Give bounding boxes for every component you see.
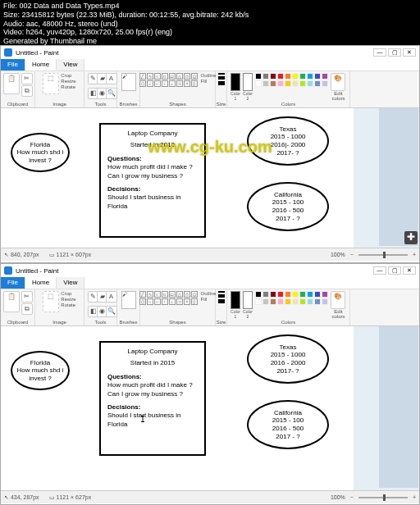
swatch[interactable] [314,291,321,298]
brushes-button[interactable]: 🖌 [121,291,136,309]
swatch[interactable] [262,298,269,305]
swatch[interactable] [262,73,269,80]
texas-bubble: Texas2015 - 10002016|- 20002017- ? [247,116,329,166]
tab-home[interactable]: Home [25,59,57,71]
close-button[interactable]: ✕ [403,48,416,57]
swatch[interactable] [277,80,284,87]
tab-view[interactable]: View [57,277,84,289]
window-titlebar[interactable]: Untitled - Paint — ▢ ✕ [1,46,419,59]
status-pos: ↖ 840, 207px [4,252,39,258]
zoom-slider[interactable] [358,497,408,498]
swatch[interactable] [322,298,328,305]
zoom-out[interactable]: − [350,252,354,257]
paste-button[interactable]: 📋 [3,291,20,312]
swatch[interactable] [307,80,313,87]
swatch[interactable] [277,73,284,80]
swatch[interactable] [277,298,284,305]
select-button[interactable]: ⬚ [43,73,59,94]
zoom-out[interactable]: − [350,494,354,500]
swatch[interactable] [270,298,276,305]
color1-button[interactable] [231,73,240,91]
ribbon: 📋✂⧉Clipboard ⬚CropResizeRotateImage ✎▰A◧… [1,289,419,326]
canvas-area: FloridaHow much shd i invest ?Laptop Com… [1,326,419,490]
swatch[interactable] [262,291,269,298]
shapes-gallery[interactable]: ╱∿○□▭△◇⬠ ⬡→←↑↓☆✧⬯ [139,73,198,87]
edit-colors-button[interactable]: 🎨 [331,291,345,309]
crop-button[interactable]: Crop [61,73,75,78]
swatch[interactable] [255,298,262,305]
swatch[interactable] [292,80,299,87]
color-palette[interactable] [255,73,328,87]
shapes-gallery[interactable]: ╱∿○□▭△◇⬠⬡→←↑↓☆✧⬯ [139,291,198,305]
swatch[interactable] [307,298,313,305]
color2-button[interactable] [243,73,253,91]
swatch[interactable] [322,80,328,87]
swatch[interactable] [314,73,321,80]
swatch[interactable] [285,291,291,298]
swatch[interactable] [299,291,306,298]
close-button[interactable]: ✕ [403,266,416,275]
company-box: Laptop CompanyStarted in 2015Questions:H… [99,341,206,456]
swatch[interactable] [299,80,306,87]
text-tool[interactable]: A [106,73,117,84]
swatch[interactable] [270,73,276,80]
maximize-button[interactable]: ▢ [388,48,401,57]
swatch[interactable] [307,291,313,298]
swatch[interactable] [299,298,306,305]
swatch[interactable] [314,80,321,87]
canvas[interactable]: FloridaHow much shd i invest ?Laptop Com… [1,326,354,490]
edit-colors-button[interactable]: 🎨 [331,73,345,91]
swatch[interactable] [285,298,291,305]
canvas[interactable]: FloridaHow much shd i invest ?Laptop Com… [1,108,354,248]
rotate-button[interactable]: Rotate [61,84,75,89]
swatch[interactable] [255,291,262,298]
tab-file[interactable]: File [1,59,25,71]
outline-dropdown[interactable]: Outline [201,73,217,78]
paste-button[interactable]: 📋 [3,73,20,94]
zoom-in[interactable]: + [413,494,416,500]
swatch[interactable] [285,80,291,87]
swatch[interactable] [292,298,299,305]
swatch[interactable] [314,298,321,305]
swatch[interactable] [262,80,269,87]
zoom-in[interactable]: + [413,252,416,257]
swatch[interactable] [255,80,262,87]
brushes-button[interactable]: 🖌 [121,73,136,91]
swatch[interactable] [285,73,291,80]
size-label[interactable]: Size [217,102,226,107]
copy-button[interactable]: ⧉ [21,85,33,97]
color1-button[interactable] [231,291,240,309]
texas-bubble: Texas2015 - 10002016 - 20002017- ? [247,334,329,384]
swatch[interactable] [270,80,276,87]
select-button[interactable]: ⬚ [43,291,59,312]
copy-button[interactable]: ⧉ [21,303,33,315]
color-palette[interactable] [255,291,328,305]
california-bubble: California2015 - 1002016 - 5002017 - ? [247,182,329,231]
swatch[interactable] [270,291,276,298]
swatch[interactable] [299,73,306,80]
resize-button[interactable]: Resize [61,79,75,84]
fill-dropdown[interactable]: Fill [201,79,217,84]
swatch[interactable] [292,73,299,80]
window-titlebar[interactable]: Untitled - Paint — ▢ ✕ [1,264,419,277]
zoom-slider[interactable] [358,254,408,256]
color2-button[interactable] [243,291,253,309]
swatch[interactable] [322,73,328,80]
tab-file[interactable]: File [1,277,25,289]
maximize-button[interactable]: ▢ [388,266,401,275]
menu-tabs: File Home View [1,59,419,71]
taskbar-plus[interactable]: ✚ [404,231,418,244]
paint-window-top: Untitled - Paint — ▢ ✕ File Home View 📋 … [0,45,420,263]
cut-button[interactable]: ✂ [21,73,33,84]
swatch[interactable] [255,73,262,80]
cut-button[interactable]: ✂ [21,291,33,303]
tab-home[interactable]: Home [25,277,57,289]
zoom-tool[interactable]: 🔍 [106,88,117,99]
swatch[interactable] [322,291,328,298]
swatch[interactable] [307,73,313,80]
minimize-button[interactable]: — [373,48,386,57]
minimize-button[interactable]: — [373,266,386,275]
tab-view[interactable]: View [57,59,84,71]
swatch[interactable] [292,291,299,298]
swatch[interactable] [277,291,284,298]
